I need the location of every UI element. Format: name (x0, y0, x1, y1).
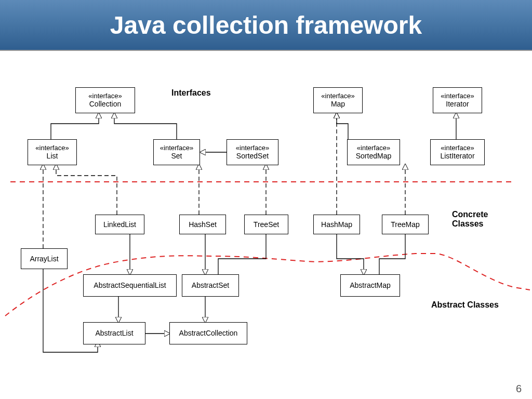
class-hashset: HashSet (179, 215, 226, 234)
class-name: LinkedList (103, 220, 136, 229)
interface-sortedmap: «interface» SortedMap (347, 139, 400, 165)
interface-collection: «interface» Collection (75, 87, 135, 113)
interface-listiterator: «interface» ListIterator (430, 139, 485, 165)
stereotype: «interface» (441, 144, 474, 152)
class-abstractsequentiallist: AbstractSequentialList (83, 274, 177, 297)
class-hashmap: HashMap (313, 215, 360, 234)
stereotype: «interface» (357, 144, 390, 152)
stereotype: «interface» (35, 144, 69, 152)
class-treeset: TreeSet (244, 215, 288, 234)
class-name: SortedSet (236, 152, 269, 161)
interface-list: «interface» List (28, 139, 77, 165)
interface-map: «interface» Map (313, 87, 363, 113)
class-abstractset: AbstractSet (182, 274, 239, 297)
class-name: AbstractCollection (179, 329, 238, 338)
class-name: AbstractList (95, 329, 133, 338)
class-name: SortedMap (356, 152, 391, 161)
class-linkedlist: LinkedList (95, 215, 144, 234)
class-name: AbstractSequentialList (94, 281, 166, 290)
stereotype: «interface» (236, 144, 269, 152)
class-name: AbstractMap (350, 281, 391, 290)
interface-iterator: «interface» Iterator (433, 87, 482, 113)
interface-set: «interface» Set (153, 139, 200, 165)
page-number: 6 (516, 383, 522, 395)
label-interfaces: Interfaces (171, 88, 211, 98)
class-name: Iterator (446, 100, 469, 109)
label-abstract: Abstract Classes (431, 300, 499, 310)
stereotype: «interface» (321, 92, 354, 100)
class-name: HashSet (189, 220, 217, 229)
class-abstractcollection: AbstractCollection (169, 322, 247, 344)
class-name: TreeMap (391, 220, 420, 229)
class-abstractmap: AbstractMap (340, 274, 400, 297)
class-arraylist: ArrayList (21, 248, 68, 269)
page-title: Java collection framework (110, 11, 422, 39)
class-abstractlist: AbstractList (83, 322, 145, 344)
class-name: List (47, 152, 58, 161)
class-name: HashMap (321, 220, 352, 229)
stereotype: «interface» (441, 92, 474, 100)
class-name: ArrayList (30, 255, 58, 263)
title-bar: Java collection framework (0, 0, 532, 51)
class-name: AbstractSet (192, 281, 229, 290)
stereotype: «interface» (88, 92, 122, 100)
label-concrete: Concrete Classes (452, 210, 509, 229)
diagram-area: Interfaces Concrete Classes Abstract Cla… (0, 51, 532, 399)
stereotype: «interface» (160, 144, 193, 152)
class-name: Set (171, 152, 182, 161)
interface-sortedset: «interface» SortedSet (227, 139, 278, 165)
class-treemap: TreeMap (382, 215, 429, 234)
class-name: Map (331, 100, 345, 109)
class-name: TreeSet (254, 220, 279, 229)
class-name: Collection (89, 100, 121, 109)
class-name: ListIterator (440, 152, 474, 161)
